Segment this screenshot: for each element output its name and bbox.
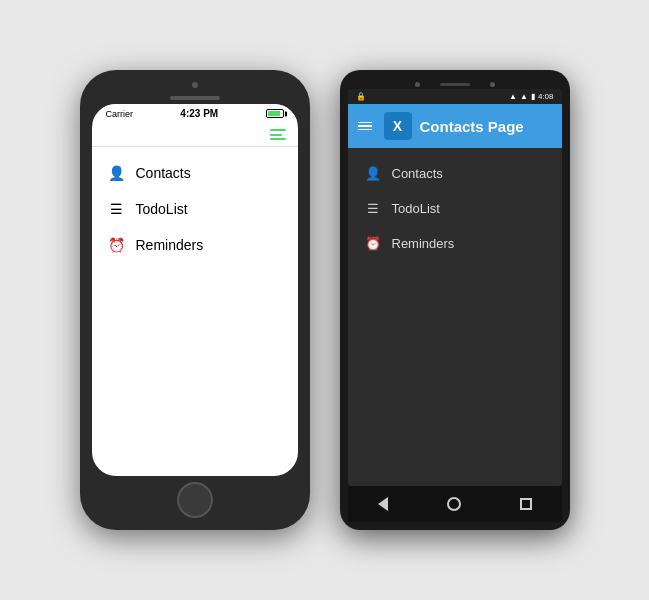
ios-battery-area <box>266 109 284 118</box>
android-screen: 🔒 ▲ ▲ ▮ 4:08 X Contacts Page 👤 Contacts <box>348 89 562 486</box>
android-app-bar: X Contacts Page <box>348 104 562 148</box>
android-contacts-label: Contacts <box>392 166 443 181</box>
android-battery-icon: ▮ <box>531 92 535 101</box>
ios-carrier: Carrier <box>106 109 134 119</box>
ios-speaker <box>170 96 220 100</box>
ios-hamburger-icon[interactable] <box>270 129 286 140</box>
android-menu-item-reminders[interactable]: ⏰ Reminders <box>348 226 562 261</box>
android-menu-item-contacts[interactable]: 👤 Contacts <box>348 156 562 191</box>
ios-menu-item-todolist[interactable]: ☰ TodoList <box>92 191 298 227</box>
android-sensor <box>490 82 495 87</box>
android-reminders-icon: ⏰ <box>364 236 382 251</box>
android-menu-list: 👤 Contacts ☰ TodoList ⏰ Reminders <box>348 148 562 269</box>
ios-menu-item-reminders[interactable]: ⏰ Reminders <box>92 227 298 263</box>
android-recent-button[interactable] <box>516 494 536 514</box>
todolist-icon: ☰ <box>108 201 126 217</box>
android-nav-bar <box>348 486 562 522</box>
android-contacts-icon: 👤 <box>364 166 382 181</box>
android-status-lock: 🔒 <box>356 92 366 101</box>
reminders-icon: ⏰ <box>108 237 126 253</box>
android-app-title: Contacts Page <box>420 118 524 135</box>
android-camera <box>415 82 420 87</box>
ios-home-button[interactable] <box>177 482 213 518</box>
android-signal-icon: ▲ <box>509 92 517 101</box>
ios-reminders-label: Reminders <box>136 237 204 253</box>
android-reminders-label: Reminders <box>392 236 455 251</box>
android-menu-item-todolist[interactable]: ☰ TodoList <box>348 191 562 226</box>
ios-menu-item-contacts[interactable]: 👤 Contacts <box>92 155 298 191</box>
ios-menu-list: 👤 Contacts ☰ TodoList ⏰ Reminders <box>92 147 298 271</box>
android-hamburger-icon[interactable] <box>358 122 372 131</box>
android-todolist-icon: ☰ <box>364 201 382 216</box>
ios-camera <box>192 82 198 88</box>
android-todolist-label: TodoList <box>392 201 440 216</box>
android-phone: 🔒 ▲ ▲ ▮ 4:08 X Contacts Page 👤 Contacts <box>340 70 570 530</box>
ios-screen: Carrier 4:23 PM 👤 Contacts ☰ TodoLis <box>92 104 298 476</box>
android-app-logo: X <box>384 112 412 140</box>
ios-battery-icon <box>266 109 284 118</box>
ios-time: 4:23 PM <box>180 108 218 119</box>
ios-contacts-label: Contacts <box>136 165 191 181</box>
ios-status-bar: Carrier 4:23 PM <box>92 104 298 123</box>
android-back-button[interactable] <box>373 494 393 514</box>
ios-nav-bar <box>92 123 298 147</box>
android-top-bar <box>348 78 562 89</box>
android-time: 4:08 <box>538 92 554 101</box>
android-home-button[interactable] <box>444 494 464 514</box>
android-status-bar: 🔒 ▲ ▲ ▮ 4:08 <box>348 89 562 104</box>
android-speaker <box>440 83 470 86</box>
ios-phone: Carrier 4:23 PM 👤 Contacts ☰ TodoLis <box>80 70 310 530</box>
android-wifi-icon: ▲ <box>520 92 528 101</box>
contacts-icon: 👤 <box>108 165 126 181</box>
ios-todolist-label: TodoList <box>136 201 188 217</box>
android-status-icons: ▲ ▲ ▮ 4:08 <box>509 92 553 101</box>
